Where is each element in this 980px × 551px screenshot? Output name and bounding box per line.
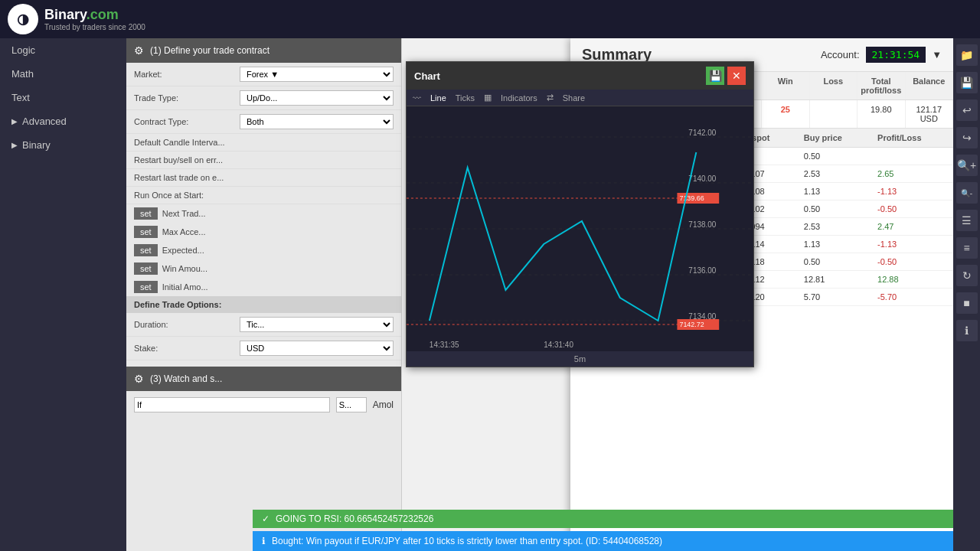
chart-line-icon: 〰 xyxy=(413,93,421,103)
svg-text:7136.00: 7136.00 xyxy=(688,266,716,275)
chart-save-button[interactable]: 💾 xyxy=(706,67,724,85)
binary-label: Binary xyxy=(22,139,51,151)
refresh-icon[interactable]: ↻ xyxy=(956,265,978,286)
logo-text: Binary.com Trusted by traders since 2000 xyxy=(44,7,145,31)
sidebar-item-binary[interactable]: ▶ Binary xyxy=(0,133,126,157)
list-alt-icon[interactable]: ≡ xyxy=(956,237,978,259)
zoom-out-icon[interactable]: 🔍- xyxy=(956,182,978,204)
sidebar-item-logic[interactable]: Logic xyxy=(0,38,126,62)
expected-label: Expected... xyxy=(162,246,204,255)
set-initial-amo-button[interactable]: set xyxy=(134,281,158,293)
right-sidebar: 📁 💾 ↩ ↪ 🔍+ 🔍- ☰ ≡ ↻ ■ ℹ xyxy=(953,38,980,551)
top-bar: ◑ Binary.com Trusted by traders since 20… xyxy=(0,0,980,38)
content-area: ⚙ (1) Define your trade contract Market:… xyxy=(126,38,980,551)
chart-ticks-button[interactable]: Ticks xyxy=(456,93,475,103)
amol-input[interactable] xyxy=(134,397,330,412)
account-info: Account: 21:31:54 ▼ xyxy=(821,47,942,63)
set-initial-amo: set Initial Amo... xyxy=(126,278,401,296)
left-sidebar: Logic Math Text ▶ Advanced ▶ Binary xyxy=(0,38,126,551)
cell-buy: 0.50 xyxy=(798,201,871,218)
advanced-label: Advanced xyxy=(22,116,67,127)
chart-share-button[interactable]: Share xyxy=(563,93,585,103)
stake-label: Stake: xyxy=(134,344,234,353)
watch-section-title: (3) Watch and s... xyxy=(150,373,222,384)
stat-header-loss: Loss xyxy=(810,72,858,99)
run-once-label: Run Once at Start: xyxy=(134,191,234,200)
cell-profit: 12.88 xyxy=(871,271,953,289)
sidebar-item-text[interactable]: Text xyxy=(0,86,126,109)
contract-type-select[interactable]: Both xyxy=(240,114,394,129)
cell-buy: 12.81 xyxy=(798,271,871,289)
logo-icon: ◑ xyxy=(8,4,38,34)
run-once-row: Run Once at Start: xyxy=(126,187,401,204)
stop-icon[interactable]: ■ xyxy=(956,292,978,314)
zoom-in-icon[interactable]: 🔍+ xyxy=(956,155,978,176)
chart-close-button[interactable]: ✕ xyxy=(727,67,746,85)
win-amou-label: Win Amou... xyxy=(162,264,207,273)
stat-val-profit: 19.80 xyxy=(858,100,906,128)
cell-profit: -0.50 xyxy=(871,201,953,218)
notification-text: Bought: Win payout if EUR/JPY after 10 t… xyxy=(272,536,662,546)
brand-name: Binary.com xyxy=(44,7,145,23)
timeframe-label: 5m xyxy=(574,354,586,364)
set-next-trad: set Next Trad... xyxy=(126,204,401,223)
set-win-amou-button[interactable]: set xyxy=(134,262,158,275)
trade-type-select[interactable]: Up/Do... xyxy=(240,90,394,106)
restart-buy-row: Restart buy/sell on err... xyxy=(126,152,401,169)
folder-icon[interactable]: 📁 xyxy=(956,44,978,66)
chart-title: Chart xyxy=(414,70,440,82)
redo-icon[interactable]: ↪ xyxy=(956,127,978,148)
cell-profit: -0.50 xyxy=(871,253,953,271)
save-icon-btn[interactable]: 💾 xyxy=(956,72,978,93)
sidebar-item-advanced[interactable]: ▶ Advanced xyxy=(0,109,126,133)
set-expected-button[interactable]: set xyxy=(134,244,158,256)
trade-panel-title: (1) Define your trade contract xyxy=(150,45,270,56)
svg-text:7140.00: 7140.00 xyxy=(688,174,716,183)
duration-row: Duration: Tic... xyxy=(126,313,401,337)
svg-text:7142.00: 7142.00 xyxy=(688,129,716,137)
cell-buy: 2.53 xyxy=(798,218,871,236)
chart-line-button[interactable]: Line xyxy=(430,93,446,103)
col-buy-price: Buy price xyxy=(798,129,871,148)
cell-profit: -1.13 xyxy=(871,236,953,253)
cell-profit: -5.70 xyxy=(871,289,953,306)
check-icon: ✓ xyxy=(262,514,270,524)
duration-select[interactable]: Tic... xyxy=(240,317,394,332)
undo-icon[interactable]: ↩ xyxy=(956,99,978,121)
cell-buy: 0.50 xyxy=(798,253,871,271)
stat-val-loss xyxy=(810,100,858,128)
set-win-amou: set Win Amou... xyxy=(126,259,401,278)
max-acce-label: Max Acce... xyxy=(162,227,206,236)
stat-header-balance: Balance xyxy=(906,72,954,99)
stat-header-profit-loss: Total profit/loss xyxy=(858,72,906,99)
market-select[interactable]: Forex ▼ xyxy=(240,67,394,82)
sidebar-item-math[interactable]: Math xyxy=(0,62,126,86)
restart-last-label: Restart last trade on e... xyxy=(134,173,234,182)
cell-buy: 2.53 xyxy=(798,165,871,183)
chart-indicators-button[interactable]: Indicators xyxy=(501,93,537,103)
account-dropdown-icon[interactable]: ▼ xyxy=(932,49,942,60)
trade-type-label: Trade Type: xyxy=(134,93,234,103)
set-max-acce-button[interactable]: set xyxy=(134,226,158,238)
amol-text: Amol xyxy=(373,399,394,410)
trade-type-row: Trade Type: Up/Do... xyxy=(126,86,401,110)
cell-profit: 2.65 xyxy=(871,165,953,183)
amol-label-input[interactable] xyxy=(336,397,367,412)
stake-currency-select[interactable]: USD xyxy=(240,341,394,356)
logo-area: ◑ Binary.com Trusted by traders since 20… xyxy=(8,4,145,34)
col-profit-loss: Profit/Loss xyxy=(871,129,953,148)
chart-buttons: 💾 ✕ xyxy=(706,67,746,85)
list-icon[interactable]: ☰ xyxy=(956,210,978,231)
set-next-trad-button[interactable]: set xyxy=(134,207,158,220)
stat-val-win: 25 xyxy=(762,100,810,128)
trade-panel-header: ⚙ (1) Define your trade contract xyxy=(126,38,401,63)
stat-val-balance: 121.17 USD xyxy=(906,100,954,128)
binary-arrow: ▶ xyxy=(11,141,18,149)
chart-bar-icon: ▦ xyxy=(484,93,492,103)
advanced-arrow: ▶ xyxy=(11,117,18,126)
info-icon[interactable]: ℹ xyxy=(956,320,978,341)
logic-label: Logic xyxy=(11,44,35,56)
svg-text:7142.72: 7142.72 xyxy=(679,321,704,328)
stake-row: Stake: USD xyxy=(126,337,401,360)
svg-text:7139.66: 7139.66 xyxy=(679,194,704,202)
